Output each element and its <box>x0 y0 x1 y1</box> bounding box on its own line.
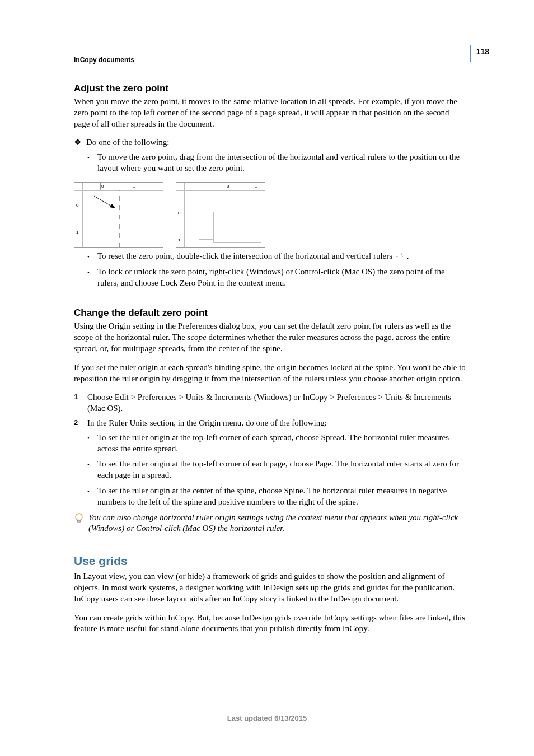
list-item: • To set the ruler origin at the top-lef… <box>74 459 467 481</box>
step-1: 1 Choose Edit > Preferences > Units & In… <box>74 392 467 414</box>
para-adjust-intro: When you move the zero point, it moves t… <box>74 96 467 129</box>
running-head: InCopy documents <box>74 0 467 64</box>
heading-use-grids: Use grids <box>74 554 467 568</box>
list-item: • To set the ruler origin at the center … <box>74 486 467 508</box>
heading-change-default: Change the default zero point <box>74 307 467 319</box>
do-one-of: ❖ Do one of the following: <box>74 137 467 148</box>
list-item: • To reset the zero point, double-click … <box>74 251 467 262</box>
para-grids-1: In Layout view, you can view (or hide) a… <box>74 571 467 604</box>
para-grids-2: You can create grids within InCopy. But,… <box>74 613 467 635</box>
heading-adjust-zero: Adjust the zero point <box>74 83 467 94</box>
page-number: 118 <box>470 45 489 62</box>
footer-updated: Last updated 6/13/2015 <box>0 714 534 722</box>
para-change-2: If you set the ruler origin at each spre… <box>74 362 467 385</box>
list-item: • To set the ruler origin at the top-lef… <box>74 432 467 455</box>
bullet-icon: • <box>87 267 97 289</box>
diamond-bullet-icon: ❖ <box>74 137 86 148</box>
ruler-origin-icon <box>396 253 407 260</box>
list-item: • To move the zero point, drag from the … <box>74 152 467 174</box>
tip: You can also change horizontal ruler ori… <box>74 512 467 535</box>
figure-zero-point: 0 1 0 1 0 1 0 1 <box>74 182 467 248</box>
step-2: 2 In the Ruler Units section, in the Ori… <box>74 418 467 429</box>
lightbulb-icon <box>74 512 84 535</box>
bullet-icon: • <box>87 432 97 455</box>
bullet-icon: • <box>87 251 97 262</box>
bullet-icon: • <box>87 486 97 508</box>
svg-point-6 <box>76 514 82 520</box>
svg-marker-1 <box>110 204 115 208</box>
bullet-icon: • <box>87 152 97 174</box>
drag-arrow-icon <box>93 195 121 212</box>
bullet-icon: • <box>87 459 97 481</box>
figure-left: 0 1 0 1 <box>74 182 163 248</box>
figure-right: 0 1 0 1 <box>176 182 265 248</box>
list-item: • To lock or unlock the zero point, righ… <box>74 267 467 289</box>
para-change-1: Using the Origin setting in the Preferen… <box>74 321 467 354</box>
